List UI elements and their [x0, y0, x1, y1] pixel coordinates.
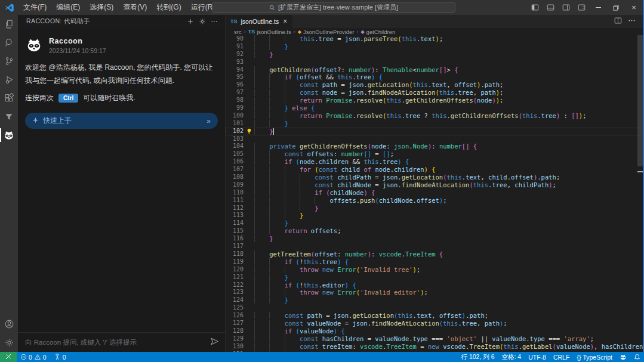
restore-icon[interactable] — [607, 0, 625, 15]
editor-more-actions-icon[interactable] — [628, 16, 636, 27]
code-line-90[interactable]: 90 this.tree = json.parseTree(this.text)… — [226, 35, 644, 43]
sidebar-item-explorer[interactable] — [0, 15, 18, 33]
quick-start-button[interactable]: 快速上手 » — [25, 113, 218, 129]
indentation[interactable]: 空格: 4 — [498, 352, 525, 362]
breadcrumb-file[interactable]: TSjsonOutline.ts — [248, 29, 291, 35]
code-line-118[interactable]: 118 getTreeItem(offset: number): vscode.… — [226, 250, 644, 258]
tab-jsonoutline[interactable]: TS jsonOutline.ts × — [226, 15, 293, 28]
code-line-117[interactable]: 117 — [226, 243, 644, 250]
line-number: 127 — [226, 320, 244, 327]
code-line-124[interactable]: 124 } — [226, 296, 644, 304]
code-line-102[interactable]: 102 } — [226, 128, 644, 135]
code-line-114[interactable]: 114 } — [226, 219, 644, 227]
layout-customize-icon[interactable] — [574, 0, 589, 15]
tower-status[interactable]: 0 — [50, 352, 70, 362]
code-line-99[interactable]: 99 } else { — [226, 104, 644, 112]
code-line-108[interactable]: 108 const childPath = json.getLocation(t… — [226, 174, 644, 181]
menu-item-4[interactable]: 转到(G) — [152, 1, 185, 14]
code-line-115[interactable]: 115 return offsets; — [226, 227, 644, 235]
code-line-95[interactable]: 95 if (offset && this.tree) { — [226, 73, 644, 81]
minimize-icon[interactable] — [589, 0, 607, 15]
sidebar-item-search[interactable] — [0, 33, 18, 52]
layout-sidebar-right-icon[interactable] — [558, 0, 574, 15]
code-line-112[interactable]: 112 } — [226, 205, 644, 212]
code-line-93[interactable]: 93 — [226, 58, 644, 66]
code-line-109[interactable]: 109 const childNode = json.findNodeAtLoc… — [226, 181, 644, 189]
code-line-121[interactable]: 121 } — [226, 274, 644, 281]
account-icon — [4, 319, 14, 329]
line-number: 118 — [226, 250, 244, 258]
code-line-92[interactable]: 92 } — [226, 51, 644, 58]
code-line-122[interactable]: 122 if (!this.editor) { — [226, 281, 644, 289]
code-line-104[interactable]: 104 private getChildrenOffsets(node: jso… — [226, 143, 644, 150]
notifications[interactable] — [630, 352, 644, 362]
code-line-120[interactable]: 120 throw new Error('Invalid tree'); — [226, 266, 644, 274]
cursor-position[interactable]: 行 102, 列 6 — [457, 352, 498, 362]
code-line-111[interactable]: 111 offsets.push(childNode.offset); — [226, 197, 644, 205]
split-editor-icon[interactable] — [614, 16, 622, 27]
code-line-130[interactable]: 130 const treeItem: vscode.TreeItem = ne… — [226, 343, 644, 351]
code-line-91[interactable]: 91 } — [226, 43, 644, 51]
more-actions-icon[interactable] — [208, 16, 220, 27]
sparkle-icon — [32, 117, 39, 125]
sidebar-item-run-debug[interactable] — [0, 70, 18, 89]
code-line-113[interactable]: 113 } — [226, 212, 644, 219]
send-icon[interactable] — [210, 337, 219, 348]
code-line-127[interactable]: 127 const valueNode = json.findNodeAtLoc… — [226, 320, 644, 327]
line-number: 105 — [226, 150, 244, 158]
scrollbar-thumb[interactable] — [637, 35, 643, 166]
raccoon-status[interactable] — [616, 352, 630, 362]
code-line-103[interactable]: 103 — [226, 135, 644, 143]
sidebar-item-source-control[interactable] — [0, 52, 18, 70]
tab-close-icon[interactable]: × — [282, 18, 288, 25]
line-number: 99 — [226, 104, 244, 112]
code-line-126[interactable]: 126 const path = json.getLocation(this.t… — [226, 312, 644, 320]
menu-item-1[interactable]: 编辑(E) — [52, 1, 84, 14]
settings-button[interactable] — [0, 333, 18, 352]
new-chat-icon[interactable] — [184, 16, 196, 27]
settings-gear-icon[interactable] — [196, 16, 208, 27]
error-count: 0 — [29, 354, 32, 361]
code-line-98[interactable]: 98 return Promise.resolve(this.getChildr… — [226, 97, 644, 104]
encoding[interactable]: UTF-8 — [525, 352, 550, 362]
code-line-116[interactable]: 116 } — [226, 235, 644, 243]
sidebar-item-raccoon[interactable] — [0, 126, 18, 144]
errors-warnings[interactable]: 0 0 — [17, 352, 50, 362]
code-line-107[interactable]: 107 for (const child of node.children) { — [226, 166, 644, 174]
close-icon[interactable]: × — [625, 0, 643, 15]
code-line-106[interactable]: 106 if (node.children && this.tree) { — [226, 158, 644, 166]
layout-sidebar-left-icon[interactable] — [527, 0, 543, 15]
ctrl-kbd: Ctrl — [58, 94, 78, 103]
ask-raccoon-input[interactable] — [25, 339, 205, 346]
sidebar-item-funnel[interactable] — [0, 107, 18, 126]
menu-item-3[interactable]: 查看(V) — [119, 1, 151, 14]
language-mode[interactable]: {}TypeScript — [573, 352, 616, 362]
code-line-128[interactable]: 128 if (valueNode) { — [226, 327, 644, 335]
menu-item-0[interactable]: 文件(F) — [19, 1, 51, 14]
code-editor[interactable]: 90 this.tree = json.parseTree(this.text)… — [226, 35, 644, 352]
eol-sequence[interactable]: CRLF — [550, 352, 573, 362]
command-center-search[interactable]: [扩展开发宿主] tree-view-sample [管理员] — [212, 2, 455, 13]
breadcrumb-src[interactable]: src — [234, 29, 242, 35]
code-line-97[interactable]: 97 const node = json.findNodeAtLocation(… — [226, 89, 644, 97]
menu-item-2[interactable]: 选择(S) — [85, 1, 118, 14]
accounts-button[interactable] — [0, 315, 18, 333]
code-line-119[interactable]: 119 if (!this.tree) { — [226, 258, 644, 266]
line-number: 120 — [226, 266, 244, 274]
code-line-101[interactable]: 101 } — [226, 120, 644, 128]
code-line-123[interactable]: 123 throw new Error('Invalid editor'); — [226, 289, 644, 296]
breadcrumb-method[interactable]: ◆getChildren — [360, 29, 395, 35]
code-line-100[interactable]: 100 return Promise.resolve(this.tree ? t… — [226, 112, 644, 120]
code-line-105[interactable]: 105 const offsets: number[] = []; — [226, 150, 644, 158]
code-line-110[interactable]: 110 if (childNode) { — [226, 189, 644, 197]
breadcrumb-class[interactable]: ◆JsonOutlineProvider — [298, 29, 355, 35]
remote-indicator[interactable] — [0, 352, 17, 362]
layout-panel-icon[interactable] — [543, 0, 558, 15]
code-line-96[interactable]: 96 const path = json.getLocation(this.te… — [226, 81, 644, 89]
code-line-125[interactable]: 125 — [226, 304, 644, 312]
debug-icon — [4, 75, 14, 85]
code-line-129[interactable]: 129 const hasChildren = valueNode.type =… — [226, 335, 644, 343]
welcome-text: 欢迎您 @浩浩杨杨, 我是 Raccoon, 您的代码助手. 您可以让我与您一起… — [25, 61, 218, 87]
sidebar-item-extensions[interactable] — [0, 89, 18, 107]
code-line-94[interactable]: 94 getChildren(offset?: number): Thenabl… — [226, 66, 644, 74]
